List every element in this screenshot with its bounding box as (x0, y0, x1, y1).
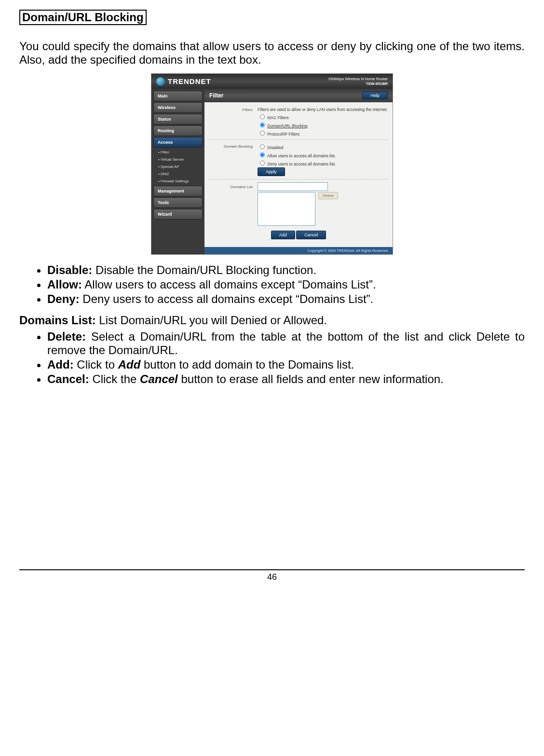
radio-disabled[interactable] (260, 144, 265, 149)
intro-paragraph: You could specify the domains that allow… (19, 40, 525, 67)
bullets-actions: Delete: Select a Domain/URL from the tab… (19, 330, 525, 386)
router-header: TRENDNET 150Mbps Wireless N Home Router … (151, 74, 393, 89)
sidebar-sub-virtual-server[interactable]: • Virtual Server (151, 156, 204, 163)
sidebar-item-routing[interactable]: Routing (153, 125, 203, 136)
radio-domain-blocking[interactable] (260, 123, 265, 127)
filters-label: Filters (209, 108, 256, 112)
domains-list-heading: Domains List: List Domain/URL you will D… (19, 314, 525, 327)
bullet-allow: Allow: Allow users to access all domains… (47, 278, 525, 291)
radio-allow[interactable] (260, 152, 265, 157)
add-button[interactable]: Add (271, 231, 295, 239)
model-line2: TEW-651BR (328, 82, 388, 86)
bullet-deny: Deny: Deny users to access all domains e… (47, 292, 525, 306)
bullet-cancel: Cancel: Click the Cancel button to erase… (47, 372, 525, 386)
delete-button[interactable]: Delete (318, 192, 338, 199)
filters-desc: Filters are used to allow or deny LAN us… (258, 107, 388, 112)
router-sidebar: Main Wireless Status Routing Access • Fi… (151, 89, 204, 254)
brand-text: TRENDNET (168, 77, 211, 85)
sidebar-item-access[interactable]: Access (153, 137, 203, 148)
router-screenshot: TRENDNET 150Mbps Wireless N Home Router … (19, 73, 525, 255)
sidebar-item-main[interactable]: Main (153, 91, 203, 101)
model-info: 150Mbps Wireless N Home Router TEW-651BR (328, 77, 388, 86)
sidebar-item-tools[interactable]: Tools (153, 197, 203, 208)
router-footer: Copyright © 2009 TRENDnet. All Rights Re… (204, 247, 393, 254)
sidebar-item-wireless[interactable]: Wireless (153, 102, 203, 113)
brand: TRENDNET (156, 77, 211, 86)
sidebar-sub-firewall[interactable]: • Firewall Settings (151, 178, 204, 185)
domains-list-label: Domains List (209, 185, 256, 189)
panel-title: Filter (209, 92, 223, 99)
apply-button[interactable]: Apply (258, 167, 285, 176)
sidebar-item-management[interactable]: Management (153, 186, 203, 196)
radio-mac-filters[interactable] (260, 114, 265, 119)
opt-protocol: Protocol/IP Filters (267, 132, 299, 137)
db-allow: Allow users to access all domains list. (267, 153, 336, 158)
bullet-disable: Disable: Disable the Domain/URL Blocking… (47, 263, 525, 277)
cancel-button[interactable]: Cancel (296, 231, 326, 239)
brand-logo-icon (156, 77, 165, 86)
help-button[interactable]: Help (362, 92, 388, 99)
section-title: Domain/URL Blocking (19, 10, 147, 25)
domain-input[interactable] (258, 182, 328, 191)
sidebar-item-status[interactable]: Status (153, 114, 203, 124)
model-line1: 150Mbps Wireless N Home Router (328, 77, 388, 82)
page-number: 46 (267, 572, 277, 582)
sidebar-sub-filter[interactable]: • Filter (151, 149, 204, 156)
opt-domain: Domain/URL Blocking (267, 124, 307, 128)
domain-blocking-label: Domain Blocking (209, 144, 256, 149)
bullet-add: Add: Click to Add button to add domain t… (47, 358, 525, 371)
page-footer: 46 (19, 569, 525, 582)
radio-deny[interactable] (260, 161, 265, 165)
db-deny: Deny users to access all domains list. (267, 162, 336, 166)
sidebar-sub-dmz[interactable]: • DMZ (151, 170, 204, 178)
db-disabled: Disabled (267, 145, 283, 150)
domains-listbox[interactable] (258, 192, 315, 226)
radio-protocol-ip[interactable] (260, 131, 265, 136)
sidebar-item-wizard[interactable]: Wizard (153, 209, 203, 220)
opt-mac: MAC Filters (267, 115, 288, 120)
bullets-modes: Disable: Disable the Domain/URL Blocking… (19, 263, 525, 306)
sidebar-sub-special-ap[interactable]: • Special AP (151, 163, 204, 170)
bullet-delete: Delete: Select a Domain/URL from the tab… (47, 330, 525, 357)
panel-title-bar: Filter Help (204, 89, 393, 102)
router-content: Filter Help Filters Filters are used to … (204, 89, 393, 254)
